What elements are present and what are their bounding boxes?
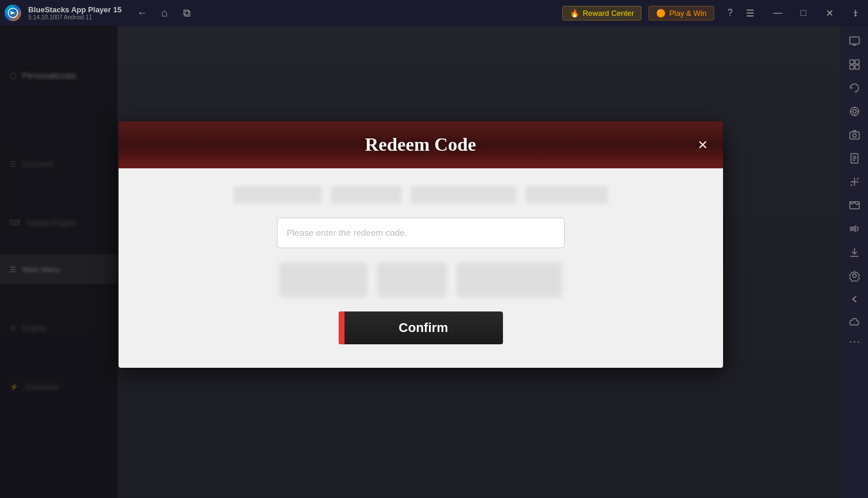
sidebar-camera-icon[interactable] xyxy=(844,124,865,145)
sidebar-settings-icon[interactable] xyxy=(844,265,865,286)
svg-rect-6 xyxy=(855,65,859,69)
menu-button[interactable]: ☰ xyxy=(741,4,759,22)
sidebar-arrow-left-icon[interactable] xyxy=(844,289,865,310)
svg-point-22 xyxy=(853,274,856,277)
sidebar-volume-icon[interactable] xyxy=(844,218,865,239)
play-and-win-button[interactable]: 🟠 Play & Win xyxy=(649,6,714,21)
right-sidebar: ⋯ xyxy=(841,26,868,498)
window-close-button[interactable]: ✕ xyxy=(816,0,842,26)
modal-close-button[interactable]: × xyxy=(693,134,714,155)
svg-rect-1 xyxy=(850,37,859,44)
modal-body: Confirm xyxy=(119,168,723,368)
sidebar-screenshot-icon[interactable] xyxy=(844,195,865,216)
main-content: ⬡ Personalizzato ☰ Acccount ⌨ Hotkey Eng… xyxy=(0,26,841,498)
reward-icon: 🔥 xyxy=(570,9,579,18)
svg-rect-13 xyxy=(850,132,859,139)
back-button[interactable]: ← xyxy=(133,4,151,22)
app-name-block: BlueStacks App Player 15 5.14.10.1007 An… xyxy=(28,5,121,21)
modal-title: Redeem Code xyxy=(365,134,476,155)
titlebar-actions: 🔥 Reward Center 🟠 Play & Win ? ☰ xyxy=(562,4,759,22)
reward-center-button[interactable]: 🔥 Reward Center xyxy=(562,6,641,21)
sidebar-download-icon[interactable] xyxy=(844,242,865,263)
nav-buttons: ← ⌂ ⧉ xyxy=(133,4,195,22)
home-button[interactable]: ⌂ xyxy=(156,4,173,22)
tabs-button[interactable]: ⧉ xyxy=(178,4,195,22)
sidebar-screen-icon[interactable] xyxy=(844,31,865,52)
modal-header: Redeem Code × xyxy=(119,121,723,168)
svg-rect-5 xyxy=(850,65,854,69)
app-logo xyxy=(0,0,26,26)
play-win-icon: 🟠 xyxy=(656,9,666,18)
maximize-button[interactable]: □ xyxy=(791,0,816,26)
sidebar-more-icon[interactable]: ⋯ xyxy=(844,336,865,347)
confirm-button-accent xyxy=(339,311,345,344)
redeem-code-modal: Redeem Code × xyxy=(119,121,723,368)
svg-point-8 xyxy=(853,110,856,113)
sidebar-target-icon[interactable] xyxy=(844,101,865,122)
app-version: 5.14.10.1007 Android 11 xyxy=(28,14,121,21)
svg-point-14 xyxy=(853,134,856,137)
play-win-label: Play & Win xyxy=(669,9,707,18)
reward-center-label: Reward Center xyxy=(583,9,634,18)
svg-rect-20 xyxy=(850,226,853,231)
sidebar-cloud-icon[interactable] xyxy=(844,312,865,333)
sidebar-refresh-icon[interactable] xyxy=(844,77,865,99)
titlebar-icon-buttons: ? ☰ xyxy=(721,4,759,22)
svg-rect-3 xyxy=(850,60,854,64)
window-controls: — □ ✕ ⤈ xyxy=(765,0,868,26)
bg-row-1 xyxy=(234,186,608,204)
confirm-button[interactable]: Confirm xyxy=(339,311,503,344)
confirm-label: Confirm xyxy=(398,320,448,336)
logo-circle xyxy=(5,5,21,21)
minimize-button[interactable]: — xyxy=(765,0,791,26)
sidebar-apk-icon[interactable] xyxy=(844,148,865,169)
app-name: BlueStacks App Player 15 xyxy=(28,5,121,14)
modal-overlay: Redeem Code × xyxy=(0,26,841,498)
redeem-code-input[interactable] xyxy=(277,218,565,248)
help-button[interactable]: ? xyxy=(721,4,739,22)
titlebar: BlueStacks App Player 15 5.14.10.1007 An… xyxy=(0,0,868,26)
svg-rect-4 xyxy=(855,60,859,64)
sidebar-grid-icon[interactable] xyxy=(844,54,865,75)
snap-button[interactable]: ⤈ xyxy=(842,0,868,26)
svg-point-7 xyxy=(850,107,859,116)
sidebar-resize-icon[interactable] xyxy=(844,171,865,192)
bg-row-2 xyxy=(279,262,562,297)
close-icon: × xyxy=(698,137,707,153)
